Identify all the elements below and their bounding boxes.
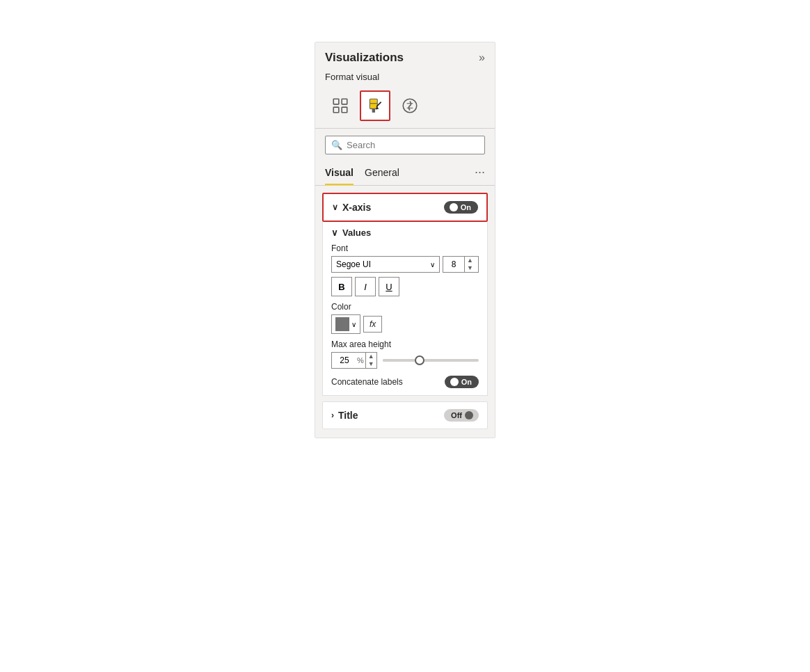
font-size-up-button[interactable]: ▲	[465, 257, 475, 264]
slider-track[interactable]	[383, 359, 479, 362]
search-icon: 🔍	[331, 140, 342, 150]
title-toggle-label: Off	[451, 411, 462, 419]
search-box[interactable]: 🔍	[325, 136, 485, 154]
x-axis-label: X-axis	[342, 202, 371, 213]
color-row: ∨ fx	[331, 314, 479, 334]
panel-header: Visualizations »	[315, 42, 495, 70]
color-swatch-button[interactable]: ∨	[331, 314, 360, 334]
svg-rect-3	[342, 107, 347, 113]
svg-rect-1	[333, 107, 339, 113]
color-swatch-chevron: ∨	[351, 321, 356, 328]
concat-toggle-label: On	[461, 378, 472, 386]
panel-title: Visualizations	[325, 51, 404, 65]
analytics-icon-button[interactable]	[395, 90, 425, 121]
color-label: Color	[331, 302, 479, 312]
search-container: 🔍	[315, 129, 495, 161]
max-area-height-label: Max area height	[331, 339, 479, 349]
svg-rect-5	[372, 109, 375, 112]
title-toggle-knob	[465, 411, 473, 419]
x-axis-toggle[interactable]: On	[444, 201, 478, 214]
percent-input[interactable]	[332, 353, 357, 368]
color-swatch-box	[335, 317, 349, 331]
title-section-header[interactable]: › Title Off	[323, 402, 487, 429]
title-label: Title	[338, 410, 358, 421]
tabs-row: Visual General ···	[315, 161, 495, 186]
percent-label: %	[357, 356, 365, 365]
x-axis-chevron-icon: ∨	[332, 202, 338, 212]
font-family-select[interactable]: Segoe UI ∨	[331, 256, 440, 273]
slider-fill	[383, 359, 416, 362]
tab-more-button[interactable]: ···	[475, 165, 485, 184]
concatenate-row: Concatenate labels On	[331, 376, 479, 388]
concat-toggle-knob	[450, 378, 459, 386]
x-axis-section: ∨ X-axis On ∨ Values Font Segoe UI ∨	[322, 193, 488, 396]
style-row: B I U	[331, 277, 479, 296]
values-subsection: ∨ Values Font Segoe UI ∨ ▲ ▼	[322, 222, 488, 396]
values-label: Values	[342, 227, 371, 238]
font-size-input[interactable]	[443, 257, 464, 272]
title-section: › Title Off	[322, 401, 488, 429]
x-axis-section-header[interactable]: ∨ X-axis On	[322, 193, 488, 222]
tab-general[interactable]: General	[365, 163, 399, 185]
slider-thumb[interactable]	[415, 355, 424, 365]
search-input[interactable]	[347, 140, 479, 150]
values-subsection-header[interactable]: ∨ Values	[331, 227, 479, 238]
slider-row: % ▲ ▼	[331, 352, 479, 369]
format-visual-label: Format visual	[315, 70, 495, 88]
percent-up-button[interactable]: ▲	[366, 353, 376, 360]
svg-rect-2	[342, 99, 347, 104]
collapse-icon[interactable]: »	[479, 51, 485, 64]
toggle-knob	[450, 203, 458, 211]
font-family-chevron: ∨	[430, 261, 435, 269]
visualizations-panel: Visualizations » Format visual	[315, 42, 495, 438]
percent-input-box: % ▲ ▼	[331, 352, 377, 369]
title-header-left: › Title	[331, 410, 358, 421]
font-size-down-button[interactable]: ▼	[465, 264, 475, 272]
grid-icon-button[interactable]	[325, 90, 356, 121]
icon-toolbar	[315, 88, 495, 129]
format-visual-button[interactable]	[360, 90, 390, 121]
title-toggle[interactable]: Off	[444, 409, 479, 422]
percent-stepper: ▲ ▼	[365, 353, 376, 368]
underline-button[interactable]: U	[379, 277, 399, 296]
concatenate-toggle[interactable]: On	[445, 376, 479, 388]
percent-down-button[interactable]: ▼	[366, 360, 376, 368]
concatenate-label: Concatenate labels	[331, 377, 403, 387]
svg-rect-0	[333, 99, 339, 104]
font-row: Segoe UI ∨ ▲ ▼	[331, 256, 479, 273]
font-size-stepper: ▲ ▼	[464, 257, 475, 272]
grid-icon	[331, 97, 349, 115]
values-chevron-icon: ∨	[331, 227, 338, 238]
bold-button[interactable]: B	[331, 277, 352, 296]
italic-button[interactable]: I	[355, 277, 376, 296]
font-family-value: Segoe UI	[336, 259, 371, 269]
title-chevron-icon: ›	[331, 410, 334, 420]
x-axis-header-left: ∨ X-axis	[332, 202, 371, 213]
tab-visual[interactable]: Visual	[325, 163, 354, 185]
font-size-box: ▲ ▼	[443, 256, 479, 273]
format-visual-icon	[366, 97, 384, 115]
font-label: Font	[331, 243, 479, 253]
analytics-icon	[401, 97, 419, 115]
x-axis-toggle-label: On	[461, 203, 471, 211]
color-fx-button[interactable]: fx	[363, 316, 382, 333]
